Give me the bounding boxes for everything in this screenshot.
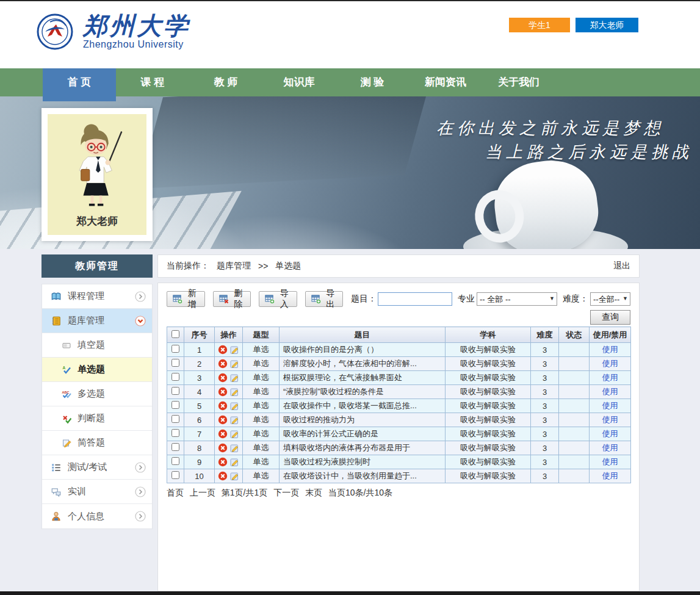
col-header-type: 题型 <box>243 327 280 343</box>
nav-tab-teachers[interactable]: 教 师 <box>189 68 262 96</box>
use-link[interactable]: 使用 <box>602 359 618 368</box>
row-checkbox[interactable] <box>171 471 179 479</box>
teacher-button[interactable]: 郑大老师 <box>576 18 638 32</box>
notebook-icon <box>51 316 62 326</box>
sidebar-item-single-choice[interactable]: 单选题 <box>42 358 152 382</box>
banner-slogan: 在你出发之前永远是梦想 当上路之后永远是挑战 <box>436 116 693 164</box>
delete-icon[interactable] <box>218 401 228 411</box>
sidebar-item-question-bank[interactable]: 题库管理 <box>42 309 152 333</box>
delete-icon[interactable] <box>218 471 228 481</box>
delete-icon[interactable] <box>218 429 228 439</box>
row-checkbox[interactable] <box>171 373 179 381</box>
difficulty-select[interactable]: --全部-- <box>590 292 630 306</box>
edit-icon[interactable] <box>229 401 239 411</box>
row-difficulty: 3 <box>531 427 559 441</box>
edit-icon[interactable] <box>229 359 239 369</box>
logo: 郑州大学 Zhengzhou University <box>37 13 190 50</box>
row-checkbox[interactable] <box>171 429 179 437</box>
table-row: 1 单选 吸收操作的目的是分离（） 吸收与解吸实验 3 使用 <box>167 343 631 357</box>
row-title: 吸收操作的目的是分离（） <box>280 343 446 357</box>
row-no: 8 <box>184 441 215 455</box>
sidebar-item-short-answer[interactable]: 简答题 <box>42 431 152 455</box>
student-button[interactable]: 学生1 <box>509 18 570 32</box>
delete-icon[interactable] <box>218 457 228 467</box>
use-link[interactable]: 使用 <box>602 401 618 410</box>
nav-tab-tests[interactable]: 测 验 <box>336 68 409 96</box>
use-link[interactable]: 使用 <box>602 471 618 480</box>
add-button[interactable]: 新增 <box>167 291 205 307</box>
university-name-en: Zhengzhou University <box>83 39 190 50</box>
pagination-first[interactable]: 首页 <box>167 488 184 497</box>
pagination-next[interactable]: 下一页 <box>273 488 299 497</box>
sidebar-item-test-exam[interactable]: 测试/考试 <box>42 455 152 480</box>
edit-icon[interactable] <box>229 415 239 425</box>
edit-icon[interactable] <box>229 457 239 467</box>
pagination-prev[interactable]: 上一页 <box>190 488 215 497</box>
use-link[interactable]: 使用 <box>602 373 618 382</box>
delete-button[interactable]: 删除 <box>213 291 251 307</box>
sidebar-item-personal-info[interactable]: 个人信息 <box>42 504 152 528</box>
row-checkbox[interactable] <box>171 457 179 465</box>
import-button[interactable]: 导入 <box>259 291 297 307</box>
nav-tab-knowledge[interactable]: 知识库 <box>262 68 336 96</box>
delete-icon[interactable] <box>218 387 228 397</box>
nav-tab-home[interactable]: 首 页 <box>43 68 116 101</box>
col-header-difficulty: 难度 <box>531 327 559 343</box>
sidebar-item-fill-blank[interactable]: 填空题 <box>42 333 152 358</box>
edit-icon[interactable] <box>229 387 239 397</box>
difficulty-filter-label: 难度： <box>563 294 588 305</box>
sidebar-item-course-mgmt[interactable]: 课程管理 <box>42 284 152 309</box>
title-filter-input[interactable] <box>378 292 452 306</box>
row-subject: 吸收与解吸实验 <box>446 427 531 441</box>
edit-icon[interactable] <box>229 443 239 453</box>
table-header-row: 序号 操作 题型 题目 学科 难度 状态 使用/禁用 <box>167 327 631 343</box>
row-type: 单选 <box>243 441 280 455</box>
sidebar-item-multi-choice[interactable]: 多选题 <box>42 382 152 406</box>
logout-link[interactable]: 退出 <box>613 261 630 272</box>
delete-icon[interactable] <box>218 443 228 453</box>
row-difficulty: 3 <box>531 399 559 413</box>
use-link[interactable]: 使用 <box>602 387 618 396</box>
edit-icon[interactable] <box>229 471 239 481</box>
use-link[interactable]: 使用 <box>602 457 618 466</box>
row-subject: 吸收与解吸实验 <box>446 399 531 413</box>
row-checkbox[interactable] <box>171 387 179 395</box>
row-type: 单选 <box>243 455 280 469</box>
short-answer-icon <box>62 438 71 448</box>
pagination-last[interactable]: 末页 <box>305 488 322 497</box>
use-link[interactable]: 使用 <box>602 345 618 354</box>
use-link[interactable]: 使用 <box>602 443 618 452</box>
row-subject: 吸收与解吸实验 <box>446 455 531 469</box>
row-type: 单选 <box>243 469 280 483</box>
table-row: 3 单选 根据双膜理论，在气液接触界面处 吸收与解吸实验 3 使用 <box>167 371 631 385</box>
edit-icon[interactable] <box>229 373 239 383</box>
delete-icon[interactable] <box>218 359 228 369</box>
edit-icon[interactable] <box>229 429 239 439</box>
breadcrumb-path: 题库管理 <box>217 261 251 272</box>
row-checkbox[interactable] <box>171 415 179 423</box>
row-checkbox[interactable] <box>171 401 179 409</box>
use-link[interactable]: 使用 <box>602 429 618 438</box>
sidebar-item-practice[interactable]: 实训 <box>42 480 152 504</box>
row-checkbox[interactable] <box>171 345 179 353</box>
sidebar-item-judge[interactable]: 判断题 <box>42 406 152 431</box>
sidebar-item-label: 填空题 <box>78 339 105 351</box>
delete-icon[interactable] <box>218 345 228 355</box>
search-button[interactable]: 查询 <box>590 310 630 325</box>
export-button[interactable]: 导出 <box>305 291 344 307</box>
select-all-checkbox[interactable] <box>171 330 179 338</box>
nav-tab-about[interactable]: 关于我们 <box>482 68 555 96</box>
row-checkbox[interactable] <box>171 359 179 367</box>
nav-tab-courses[interactable]: 课 程 <box>116 68 189 96</box>
row-checkbox[interactable] <box>171 443 179 451</box>
delete-icon[interactable] <box>218 373 228 383</box>
major-select[interactable]: -- 全部 -- <box>477 292 557 306</box>
delete-icon[interactable] <box>218 415 228 425</box>
use-link[interactable]: 使用 <box>602 415 618 424</box>
nav-tab-news[interactable]: 新闻资讯 <box>409 68 482 96</box>
row-no: 4 <box>184 385 215 399</box>
edit-icon[interactable] <box>229 345 239 355</box>
breadcrumb-current: 单选题 <box>275 261 301 272</box>
banner-laptop-shape <box>138 96 430 189</box>
major-filter-label: 专业 <box>458 294 475 305</box>
